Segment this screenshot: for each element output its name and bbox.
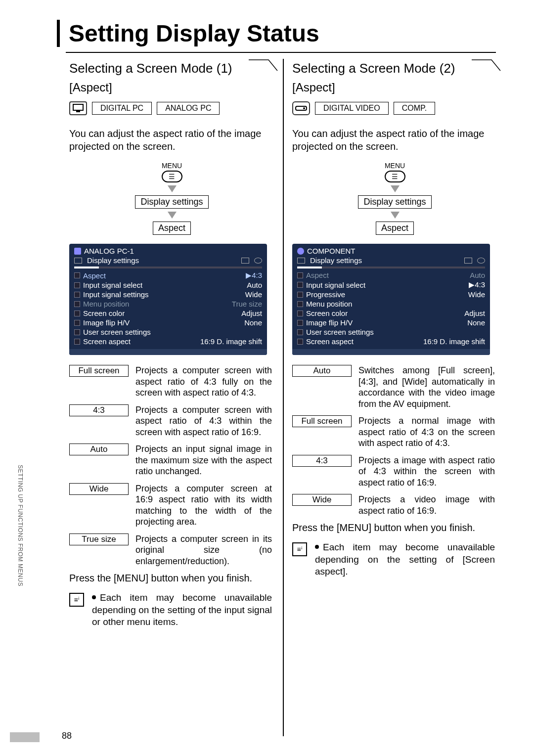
osd-row-icon bbox=[74, 339, 80, 345]
option-row: AutoProjects an input signal image in th… bbox=[69, 444, 272, 477]
left-intro: You can adjust the aspect ratio of the i… bbox=[69, 127, 272, 153]
osd-row: Input signal select▶4:3 bbox=[297, 280, 485, 290]
osd-row-value: ▶4:3 bbox=[246, 271, 262, 280]
disc-svg bbox=[295, 105, 307, 112]
finish-text-left: Press the [MENU] button when you finish. bbox=[69, 573, 274, 584]
osd-footer bbox=[69, 349, 267, 355]
option-desc: Switches among [Full screen], [4:3], and… bbox=[358, 365, 495, 409]
osd-row-icon bbox=[297, 272, 303, 278]
osd-row-label: Input signal select bbox=[306, 281, 365, 289]
note-text-right: Each item may become unavailable dependi… bbox=[315, 541, 495, 578]
chip-digital-pc: DIGITAL PC bbox=[92, 102, 152, 115]
osd-row: Aspect▶4:3 bbox=[74, 270, 262, 280]
side-tab-label: SETTING UP FUNCTIONS FROM MENUS bbox=[14, 465, 24, 603]
arrow-down-icon bbox=[391, 185, 400, 192]
osd-source-icon bbox=[74, 248, 81, 255]
option-row: Full screenProjects a computer screen wi… bbox=[69, 365, 272, 399]
option-desc: Projects a video image with aspect ratio… bbox=[358, 494, 495, 516]
arrow-down-icon bbox=[168, 212, 177, 219]
side-tab-gray bbox=[10, 732, 40, 742]
osd-row-label: Aspect bbox=[83, 271, 106, 280]
note-icon: ≡ⁱ bbox=[292, 542, 307, 556]
corner-line-icon bbox=[249, 59, 278, 74]
osd-tab-right: Display settings bbox=[310, 256, 362, 265]
option-row: Full screenProjects a normal image with … bbox=[292, 415, 495, 449]
osd-row: Screen aspect16:9 D. image shift bbox=[297, 337, 485, 346]
option-desc: Projects a image with aspect ratio of 4:… bbox=[358, 455, 495, 489]
svg-point-3 bbox=[303, 107, 305, 109]
right-intro: You can adjust the aspect ratio of the i… bbox=[292, 127, 495, 153]
right-column: Selecting a Screen Mode (2) [Aspect] DIG… bbox=[292, 59, 502, 628]
page-title: Setting Display Status bbox=[69, 20, 504, 47]
osd-row-icon bbox=[74, 301, 80, 307]
osd-title-left: ANALOG PC-1 bbox=[84, 247, 134, 255]
osd-tab-icon bbox=[241, 258, 249, 264]
osd-row: User screen settings bbox=[297, 327, 485, 337]
option-row: WideProjects a video image with aspect r… bbox=[292, 494, 495, 516]
svg-rect-0 bbox=[73, 104, 83, 110]
option-label: Full screen bbox=[292, 415, 352, 427]
option-row: 4:3Projects a computer screen with aspec… bbox=[69, 404, 272, 438]
osd-row-value: Adjust bbox=[464, 309, 485, 317]
osd-panel-right: COMPONENT Display settings AspectAutoInp… bbox=[292, 244, 490, 355]
option-desc: Projects a computer screen at 16:9 aspec… bbox=[135, 483, 272, 528]
menu-word: MENU bbox=[162, 162, 182, 170]
path-aspect: Aspect bbox=[376, 222, 414, 235]
osd-row: Menu positionTrue size bbox=[74, 299, 262, 309]
osd-row-value: Auto bbox=[470, 271, 485, 279]
osd-row-icon bbox=[297, 311, 303, 316]
osd-row-icon bbox=[74, 282, 80, 288]
osd-row-value: None bbox=[244, 318, 262, 327]
osd-row-icon bbox=[297, 339, 303, 345]
osd-tab-left: Display settings bbox=[87, 256, 139, 265]
osd-row-icon bbox=[297, 292, 303, 298]
path-display-settings: Display settings bbox=[358, 195, 431, 209]
osd-row: Image flip H/VNone bbox=[74, 318, 262, 327]
osd-row-label: User screen settings bbox=[83, 328, 151, 336]
title-underline bbox=[66, 52, 496, 53]
osd-row-icon bbox=[74, 292, 80, 298]
option-row: True sizeProjects a computer screen in i… bbox=[69, 534, 272, 567]
finish-text-right: Press the [MENU] button when you finish. bbox=[292, 522, 497, 534]
left-heading: Selecting a Screen Mode (1) bbox=[69, 61, 274, 76]
option-label: Wide bbox=[292, 494, 352, 506]
osd-row-value: True size bbox=[232, 300, 262, 308]
osd-row-value: 16:9 D. image shift bbox=[200, 337, 262, 346]
osd-row: Screen aspect16:9 D. image shift bbox=[74, 337, 262, 346]
option-row: WideProjects a computer screen at 16:9 a… bbox=[69, 483, 272, 528]
option-desc: Projects a computer screen with aspect r… bbox=[135, 365, 272, 399]
monitor-icon bbox=[69, 101, 87, 115]
osd-row-icon bbox=[297, 320, 303, 326]
chip-comp: COMP. bbox=[394, 102, 435, 115]
option-label: Auto bbox=[292, 365, 352, 377]
osd-row-value: ▶4:3 bbox=[469, 280, 485, 289]
menu-word: MENU bbox=[385, 162, 405, 170]
osd-footer bbox=[292, 349, 490, 355]
osd-row-label: Menu position bbox=[83, 300, 129, 308]
arrow-down-icon bbox=[391, 212, 400, 219]
osd-row-value: Auto bbox=[247, 281, 262, 289]
osd-row: Menu position bbox=[297, 299, 485, 309]
osd-row-value: None bbox=[467, 318, 485, 327]
osd-row-value: 16:9 D. image shift bbox=[423, 337, 485, 346]
option-row: AutoSwitches among [Full screen], [4:3],… bbox=[292, 365, 495, 409]
option-label: Wide bbox=[69, 483, 129, 495]
arrow-down-icon bbox=[168, 185, 177, 192]
osd-row-icon bbox=[297, 329, 303, 335]
option-desc: Projects a normal image with aspect rati… bbox=[358, 415, 495, 449]
option-row: 4:3Projects a image with aspect ratio of… bbox=[292, 455, 495, 489]
osd-row-label: Input signal select bbox=[83, 281, 142, 289]
osd-tab-icon bbox=[464, 258, 472, 264]
osd-row-value: Wide bbox=[468, 290, 485, 299]
osd-row: AspectAuto bbox=[297, 270, 485, 280]
osd-panel-left: ANALOG PC-1 Display settings Aspect▶4:3I… bbox=[69, 244, 267, 355]
monitor-svg bbox=[73, 104, 84, 113]
option-desc: Projects an input signal image in the ma… bbox=[135, 444, 272, 477]
osd-source-icon bbox=[297, 248, 304, 255]
osd-row-icon bbox=[297, 282, 303, 288]
right-subheading: [Aspect] bbox=[292, 81, 497, 94]
left-subheading: [Aspect] bbox=[69, 81, 274, 94]
right-heading: Selecting a Screen Mode (2) bbox=[292, 61, 497, 76]
osd-row-label: Screen color bbox=[83, 309, 125, 317]
osd-row-label: Aspect bbox=[306, 271, 329, 279]
